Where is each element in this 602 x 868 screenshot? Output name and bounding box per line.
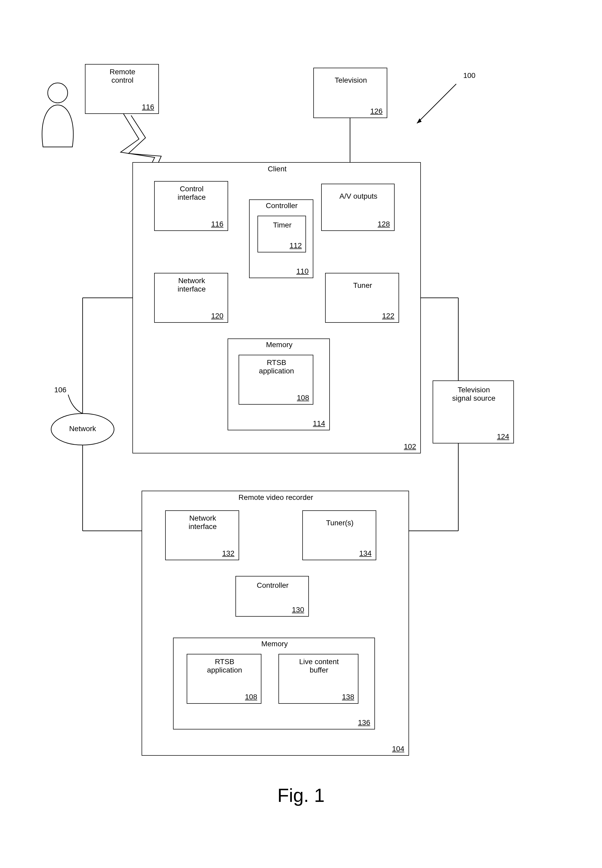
figure-caption: Fig. 1 — [0, 785, 602, 806]
rvr-memory-label: Memory — [174, 640, 375, 648]
rvr-controller-box: Controller 130 — [235, 576, 309, 617]
rvr-label: Remote video recorder — [142, 493, 410, 502]
av-outputs-ref: 128 — [378, 220, 390, 228]
remote-control-label: Remote control — [86, 68, 160, 85]
rvr-buffer-ref: 138 — [342, 693, 354, 701]
av-outputs-label: A/V outputs — [322, 192, 395, 200]
svg-point-0 — [48, 83, 68, 103]
rvr-tuners-label: Tuner(s) — [303, 519, 377, 527]
client-controller-label: Controller — [250, 202, 314, 210]
client-rtsb-label: RTSB application — [239, 359, 314, 375]
control-interface-ref: 116 — [211, 220, 223, 228]
client-tuner-label: Tuner — [326, 281, 399, 290]
signal-source-label: Television signal source — [433, 386, 514, 403]
rvr-memory-box: Memory 136 RTSB application 108 Live con… — [173, 638, 375, 729]
user-icon — [42, 83, 74, 147]
network-label: Network — [61, 425, 104, 433]
network-ref: 106 — [50, 386, 71, 394]
client-memory-box: Memory 114 RTSB application 108 — [227, 339, 330, 430]
rvr-net-iface-box: Network interface 132 — [165, 510, 239, 560]
rvr-ref: 104 — [392, 745, 404, 753]
rvr-memory-ref: 136 — [358, 719, 370, 727]
rvr-rtsb-ref: 108 — [245, 693, 257, 701]
control-interface-label: Control interface — [155, 185, 229, 202]
rvr-tuners-box: Tuner(s) 134 — [302, 510, 376, 560]
client-ref: 102 — [404, 442, 416, 451]
client-memory-label: Memory — [228, 340, 330, 349]
client-rtsb-ref: 108 — [297, 394, 309, 402]
client-net-iface-ref: 120 — [211, 312, 223, 320]
television-ref: 126 — [370, 107, 382, 115]
rvr-net-iface-ref: 132 — [222, 549, 234, 557]
signal-source-ref: 124 — [497, 432, 509, 441]
rvr-rtsb-label: RTSB application — [187, 657, 262, 674]
client-rtsb-box: RTSB application 108 — [239, 355, 313, 405]
control-interface-box: Control interface 116 — [154, 181, 228, 231]
television-box: Television 126 — [313, 68, 387, 118]
timer-box: Timer 112 — [258, 216, 306, 252]
rvr-controller-label: Controller — [236, 581, 309, 589]
rvr-buffer-box: Live content buffer 138 — [278, 654, 358, 704]
remote-control-box: Remote control 116 — [85, 64, 159, 114]
television-label: Television — [314, 76, 388, 85]
signal-source-box: Television signal source 124 — [433, 380, 514, 443]
client-memory-ref: 114 — [313, 419, 325, 428]
client-controller-ref: 110 — [296, 267, 309, 275]
rvr-tuners-ref: 134 — [359, 549, 372, 557]
svg-line-1 — [417, 84, 456, 123]
rvr-rtsb-box: RTSB application 108 — [187, 654, 261, 704]
system-ref: 100 — [459, 71, 480, 80]
rvr-controller-ref: 130 — [292, 606, 304, 614]
rvr-buffer-label: Live content buffer — [279, 657, 359, 674]
remote-control-ref: 116 — [142, 103, 154, 111]
client-tuner-ref: 122 — [382, 312, 394, 320]
timer-label: Timer — [258, 221, 307, 229]
av-outputs-box: A/V outputs 128 — [321, 184, 395, 231]
rvr-net-iface-label: Network interface — [166, 514, 240, 531]
client-controller-box: Controller 110 Timer 112 — [249, 199, 313, 278]
timer-ref: 112 — [289, 242, 302, 250]
client-tuner-box: Tuner 122 — [325, 273, 399, 323]
client-net-iface-label: Network interface — [155, 277, 229, 293]
client-net-iface-box: Network interface 120 — [154, 273, 228, 323]
client-label: Client — [133, 165, 421, 173]
diagram-canvas: 100 Remote control 116 Television 126 Cl… — [0, 0, 602, 868]
